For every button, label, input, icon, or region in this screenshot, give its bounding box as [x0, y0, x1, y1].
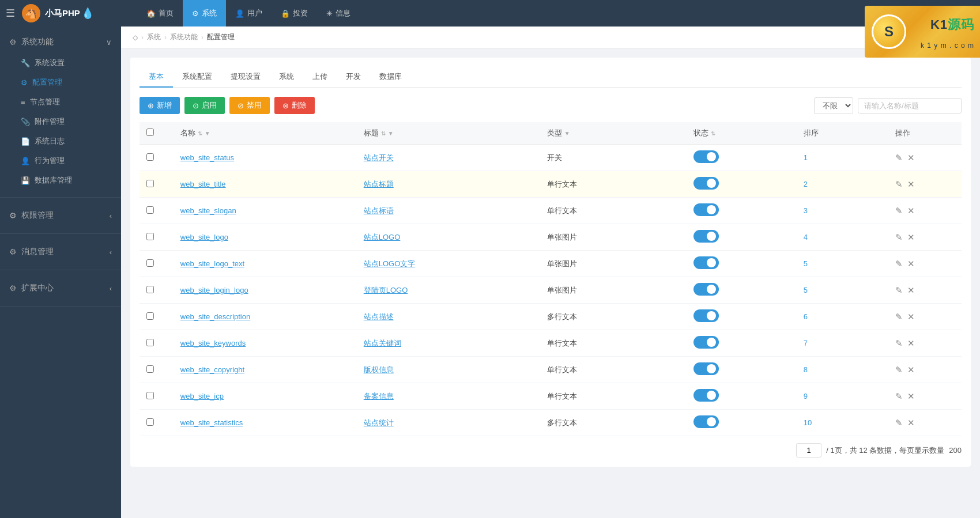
- row-toggle-5[interactable]: [693, 256, 719, 269]
- row-title-link-11[interactable]: 站点统计: [364, 418, 394, 427]
- name-sort[interactable]: 名称 ⇅ ▼: [180, 128, 210, 138]
- row-title-link-6[interactable]: 登陆页LOGO: [364, 286, 408, 294]
- row-order-link-7[interactable]: 6: [804, 312, 808, 321]
- delete-row-icon-11[interactable]: ✕: [907, 418, 915, 428]
- status-sort[interactable]: 状态 ⇅: [693, 128, 715, 138]
- nav-item-credit[interactable]: ✳信息: [317, 0, 360, 27]
- delete-row-icon-10[interactable]: ✕: [907, 391, 915, 402]
- row-name-link-5[interactable]: web_site_logo_text: [180, 259, 244, 268]
- row-toggle-3[interactable]: [693, 203, 719, 216]
- row-name-link-6[interactable]: web_site_login_logo: [180, 286, 248, 294]
- sidebar-item-config-mgmt[interactable]: ⚙ 配置管理: [0, 73, 121, 92]
- title-sort[interactable]: 标题 ⇅ ▼: [364, 128, 394, 138]
- row-check-11[interactable]: [146, 418, 154, 426]
- edit-row-icon-6[interactable]: ✎: [895, 285, 903, 296]
- tab-withdraw[interactable]: 提现设置: [221, 67, 270, 88]
- row-order-link-5[interactable]: 5: [804, 259, 808, 268]
- tab-basic[interactable]: 基本: [140, 67, 173, 88]
- row-check-4[interactable]: [146, 233, 154, 240]
- row-check-5[interactable]: [146, 259, 154, 267]
- nav-item-invest[interactable]: 🔒投资: [272, 0, 317, 27]
- edit-row-icon-8[interactable]: ✎: [895, 338, 903, 349]
- row-order-link-3[interactable]: 3: [804, 206, 808, 215]
- edit-row-icon-4[interactable]: ✎: [895, 232, 903, 243]
- filter-select[interactable]: 不限: [814, 97, 853, 114]
- row-check-7[interactable]: [146, 312, 154, 320]
- row-order-link-8[interactable]: 7: [804, 339, 808, 347]
- menu-toggle[interactable]: ☰: [6, 7, 15, 20]
- edit-row-icon-3[interactable]: ✎: [895, 206, 903, 216]
- row-order-link-11[interactable]: 10: [804, 418, 812, 427]
- edit-row-icon-10[interactable]: ✎: [895, 391, 903, 402]
- sidebar-item-attach-mgmt[interactable]: 📎 附件管理: [0, 112, 121, 131]
- sidebar-item-behav-mgmt[interactable]: 👤 行为管理: [0, 151, 121, 171]
- delete-row-icon-4[interactable]: ✕: [907, 232, 915, 243]
- row-name-link-1[interactable]: web_site_status: [180, 153, 234, 162]
- title-filter-icon[interactable]: ▼: [388, 130, 394, 137]
- row-name-link-11[interactable]: web_site_statistics: [180, 418, 243, 427]
- row-name-link-3[interactable]: web_site_slogan: [180, 206, 236, 215]
- tab-dev[interactable]: 开发: [337, 67, 370, 88]
- sidebar-item-db-mgmt[interactable]: 💾 数据库管理: [0, 171, 121, 190]
- delete-row-icon-2[interactable]: ✕: [907, 179, 915, 190]
- tab-system[interactable]: 系统: [270, 67, 303, 88]
- row-toggle-2[interactable]: [693, 177, 719, 190]
- sidebar-header-ext-center[interactable]: ⚙ 扩展中心 ‹: [0, 277, 121, 299]
- disable-button[interactable]: ⊘ 禁用: [229, 97, 270, 114]
- edit-row-icon-5[interactable]: ✎: [895, 259, 903, 269]
- row-toggle-11[interactable]: [693, 415, 719, 428]
- nav-item-user[interactable]: 👤用户: [226, 0, 272, 27]
- row-name-link-7[interactable]: web_site_description: [180, 312, 250, 321]
- page-input[interactable]: [796, 443, 821, 457]
- delete-row-icon-1[interactable]: ✕: [907, 153, 915, 163]
- row-check-1[interactable]: [146, 153, 154, 161]
- add-button[interactable]: ⊕ 新增: [140, 97, 180, 114]
- delete-row-icon-6[interactable]: ✕: [907, 285, 915, 296]
- sidebar-item-node-mgmt[interactable]: ≡ 节点管理: [0, 92, 121, 112]
- type-filter-icon[interactable]: ▼: [564, 130, 570, 137]
- delete-row-icon-5[interactable]: ✕: [907, 259, 915, 269]
- delete-row-icon-7[interactable]: ✕: [907, 312, 915, 322]
- breadcrumb-sysfunc[interactable]: 系统功能: [170, 32, 198, 42]
- delete-row-icon-8[interactable]: ✕: [907, 338, 915, 349]
- row-title-link-10[interactable]: 备案信息: [364, 392, 394, 400]
- row-toggle-7[interactable]: [693, 309, 719, 322]
- nav-item-system[interactable]: ⚙系统: [183, 0, 226, 27]
- delete-button[interactable]: ⊗ 删除: [274, 97, 315, 114]
- row-toggle-8[interactable]: [693, 336, 719, 349]
- delete-row-icon-3[interactable]: ✕: [907, 206, 915, 216]
- row-check-6[interactable]: [146, 286, 154, 293]
- row-title-link-7[interactable]: 站点描述: [364, 312, 394, 321]
- row-toggle-10[interactable]: [693, 389, 719, 402]
- enable-button[interactable]: ⊙ 启用: [184, 97, 225, 114]
- row-order-link-9[interactable]: 8: [804, 365, 808, 374]
- row-check-3[interactable]: [146, 206, 154, 214]
- edit-row-icon-7[interactable]: ✎: [895, 312, 903, 322]
- row-title-link-4[interactable]: 站点LOGO: [364, 233, 401, 241]
- row-title-link-9[interactable]: 版权信息: [364, 365, 394, 374]
- row-name-link-2[interactable]: web_site_title: [180, 180, 226, 188]
- delete-row-icon-9[interactable]: ✕: [907, 365, 915, 375]
- row-title-link-5[interactable]: 站点LOGO文字: [364, 259, 416, 268]
- row-name-link-10[interactable]: web_site_icp: [180, 392, 224, 400]
- sidebar-header-system-func[interactable]: ⚙ 系统功能 ∨: [0, 31, 121, 53]
- row-name-link-8[interactable]: web_site_keywords: [180, 339, 246, 347]
- row-title-link-1[interactable]: 站点开关: [364, 153, 394, 162]
- row-order-link-4[interactable]: 4: [804, 233, 808, 241]
- row-check-9[interactable]: [146, 365, 154, 373]
- check-all[interactable]: [146, 128, 154, 136]
- nav-item-home[interactable]: 🏠首页: [137, 0, 183, 27]
- row-toggle-4[interactable]: [693, 230, 719, 243]
- sidebar-header-msg-mgmt[interactable]: ⚙ 消息管理 ‹: [0, 241, 121, 263]
- row-order-link-2[interactable]: 2: [804, 180, 808, 188]
- row-order-link-1[interactable]: 1: [804, 153, 808, 162]
- row-toggle-1[interactable]: [693, 150, 719, 163]
- row-order-link-6[interactable]: 5: [804, 286, 808, 294]
- sidebar-item-sys-log[interactable]: 📄 系统日志: [0, 131, 121, 151]
- row-title-link-2[interactable]: 站点标题: [364, 180, 394, 188]
- sidebar-header-perm-mgmt[interactable]: ⚙ 权限管理 ‹: [0, 205, 121, 226]
- edit-row-icon-1[interactable]: ✎: [895, 153, 903, 163]
- name-filter-icon[interactable]: ▼: [205, 130, 210, 137]
- edit-row-icon-2[interactable]: ✎: [895, 179, 903, 190]
- row-toggle-6[interactable]: [693, 283, 719, 296]
